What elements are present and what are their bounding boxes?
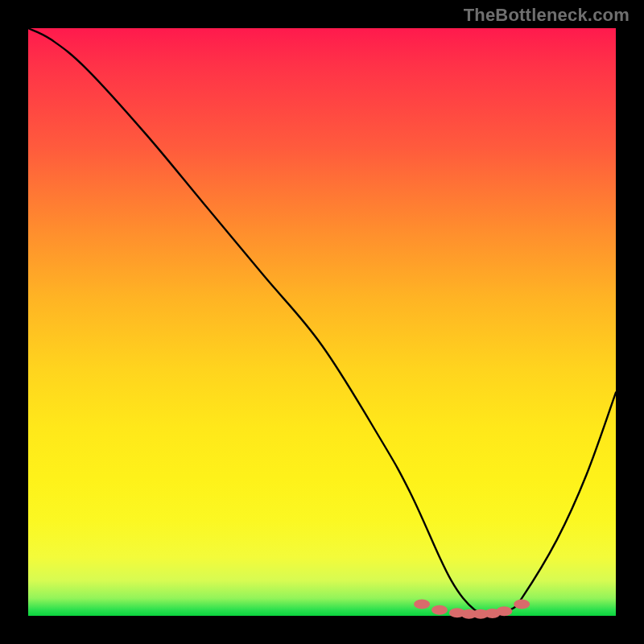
plot-area: [28, 28, 616, 616]
watermark-text: TheBottleneck.com: [464, 5, 630, 26]
chart-frame: TheBottleneck.com: [0, 0, 644, 644]
highlight-dot: [496, 606, 512, 616]
highlight-dot: [414, 599, 430, 609]
bottleneck-curve: [28, 28, 616, 617]
curve-layer: [28, 28, 616, 616]
highlight-dot: [431, 605, 448, 615]
highlight-dot: [514, 599, 530, 609]
